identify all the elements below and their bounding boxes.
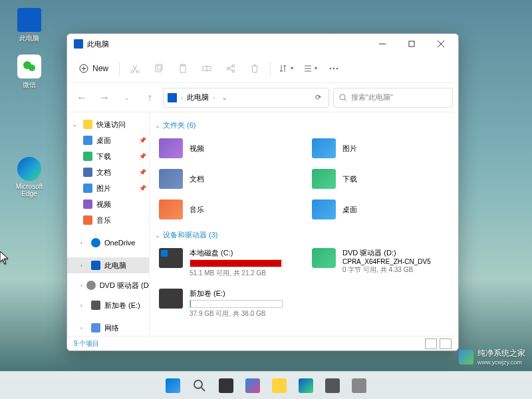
folder-documents[interactable]: 文档 [156, 166, 299, 192]
start-button[interactable] [161, 374, 185, 398]
desktop-icon-wechat[interactable]: 微信 [8, 55, 51, 90]
svg-point-25 [336, 67, 338, 69]
sidebar-quick-access[interactable]: ⌄快速访问 [67, 116, 149, 132]
folder-music[interactable]: 音乐 [156, 197, 299, 222]
address-bar: ← → ⌄ ↑ › 此电脑 › ⌄ ⟳ 搜索"此电脑" [67, 83, 458, 112]
maximize-button[interactable] [397, 35, 426, 53]
minimize-button[interactable] [368, 35, 397, 53]
section-drives-header[interactable]: ⌄设备和驱动器 (3) [155, 230, 452, 240]
taskbar-taskview[interactable] [214, 374, 238, 398]
content-pane: ⌄文件夹 (6) 视频图片文档下载音乐桌面 ⌄设备和驱动器 (3) 本地磁盘 (… [150, 112, 458, 336]
svg-rect-11 [156, 65, 161, 72]
pin-icon: 📌 [139, 137, 146, 144]
drive-c[interactable]: 本地磁盘 (C:)51.1 MB 可用, 共 21.2 GB [156, 245, 299, 281]
window-controls [368, 35, 456, 53]
plus-circle-icon [79, 64, 88, 73]
sidebar: ⌄快速访问 桌面📌 下载📌 文档📌 图片📌 视频 音乐 ›OneDrive ›此… [67, 112, 150, 336]
taskview-icon [219, 378, 233, 393]
svg-point-23 [330, 67, 332, 69]
sidebar-documents[interactable]: 文档📌 [67, 164, 149, 180]
pin-icon: 📌 [139, 153, 146, 160]
svg-point-24 [333, 67, 335, 69]
sidebar-network[interactable]: ›网络 [67, 320, 149, 336]
cut-button[interactable] [124, 59, 146, 78]
desktop-icon [83, 136, 92, 145]
breadcrumb[interactable]: › 此电脑 › ⌄ ⟳ [163, 88, 329, 108]
search-input[interactable]: 搜索"此电脑" [333, 88, 453, 108]
refresh-button[interactable]: ⟳ [311, 93, 325, 102]
toolbar: New ▾ ▾ [67, 54, 458, 83]
delete-button[interactable] [243, 59, 266, 78]
sidebar-volume-e[interactable]: ›新加卷 (E:) [67, 297, 149, 313]
sidebar-this-pc[interactable]: ›此电脑 [67, 257, 149, 273]
svg-line-27 [344, 99, 346, 101]
view-button[interactable]: ▾ [299, 59, 321, 78]
new-button[interactable]: New [72, 60, 115, 77]
breadcrumb-dropdown[interactable]: ⌄ [219, 93, 229, 102]
sidebar-downloads[interactable]: 下载📌 [67, 148, 149, 164]
folder-desktop[interactable]: 桌面 [309, 197, 452, 222]
network-icon [91, 323, 100, 332]
svg-rect-3 [409, 41, 414, 47]
more-button[interactable] [323, 59, 345, 78]
sidebar-onedrive[interactable]: ›OneDrive [67, 235, 149, 251]
recent-dropdown[interactable]: ⌄ [118, 88, 136, 107]
search-icon [339, 94, 347, 102]
watermark-logo-icon [459, 350, 473, 364]
folder-icon [159, 138, 183, 158]
taskbar [0, 371, 532, 399]
share-button[interactable] [219, 59, 242, 78]
titlebar[interactable]: 此电脑 [67, 34, 458, 54]
status-text: 9 个项目 [74, 339, 99, 348]
sidebar-pictures[interactable]: 图片📌 [67, 180, 149, 196]
wechat-icon [17, 55, 41, 78]
this-pc-icon [91, 261, 100, 270]
widgets-icon [245, 378, 260, 393]
sidebar-videos[interactable]: 视频 [67, 196, 149, 212]
folder-downloads[interactable]: 下载 [309, 166, 452, 192]
folder-icon [312, 200, 336, 219]
taskbar-widgets[interactable] [241, 374, 265, 398]
drive-icon [159, 289, 183, 309]
desktop-icon-this-pc[interactable]: 此电脑 [8, 8, 51, 43]
dvd-icon [86, 281, 96, 290]
svg-point-28 [194, 380, 202, 388]
edge-icon [17, 157, 41, 181]
taskbar-settings[interactable] [347, 374, 371, 398]
sidebar-music[interactable]: 音乐 [67, 212, 149, 228]
sort-button[interactable]: ▾ [275, 59, 297, 78]
watermark: 纯净系统之家 www.ycwjzy.com [459, 348, 525, 366]
this-pc-icon [17, 8, 41, 32]
drive-e[interactable]: 新加卷 (E:)37.9 GB 可用, 共 38.0 GB [156, 286, 299, 321]
sidebar-desktop[interactable]: 桌面📌 [67, 132, 149, 148]
breadcrumb-label[interactable]: 此电脑 [187, 92, 209, 102]
folder-videos[interactable]: 视频 [156, 136, 299, 161]
forward-button[interactable]: → [95, 88, 114, 107]
drive-icon [312, 248, 336, 268]
pin-icon: 📌 [139, 185, 146, 192]
folder-icon [312, 138, 336, 158]
details-view-button[interactable] [425, 338, 437, 349]
back-button[interactable]: ← [72, 88, 91, 107]
rename-button[interactable] [196, 59, 218, 78]
taskbar-search[interactable] [188, 374, 211, 398]
drive-d[interactable]: DVD 驱动器 (D:)CPRA_X64FRE_ZH-CN_DV50 字节 可用… [309, 245, 452, 281]
sidebar-dvd[interactable]: ›DVD 驱动器 (D:) [67, 277, 149, 293]
taskbar-store[interactable] [321, 374, 344, 398]
copy-button[interactable] [148, 59, 170, 78]
gear-icon [352, 378, 366, 393]
desktop-icon-edge[interactable]: Microsoft Edge [8, 157, 51, 198]
folder-pictures[interactable]: 图片 [309, 136, 452, 161]
taskbar-explorer[interactable] [267, 374, 291, 398]
folder-icon [159, 200, 183, 219]
up-button[interactable]: ↑ [140, 88, 159, 107]
paste-button[interactable] [172, 59, 194, 78]
svg-rect-12 [158, 64, 162, 70]
folder-icon [159, 169, 183, 189]
close-button[interactable] [426, 35, 456, 53]
download-icon [83, 152, 92, 161]
icons-view-button[interactable] [440, 338, 452, 349]
section-folders-header[interactable]: ⌄文件夹 (6) [155, 120, 452, 130]
drive-icon [159, 248, 183, 268]
taskbar-edge[interactable] [294, 374, 318, 398]
